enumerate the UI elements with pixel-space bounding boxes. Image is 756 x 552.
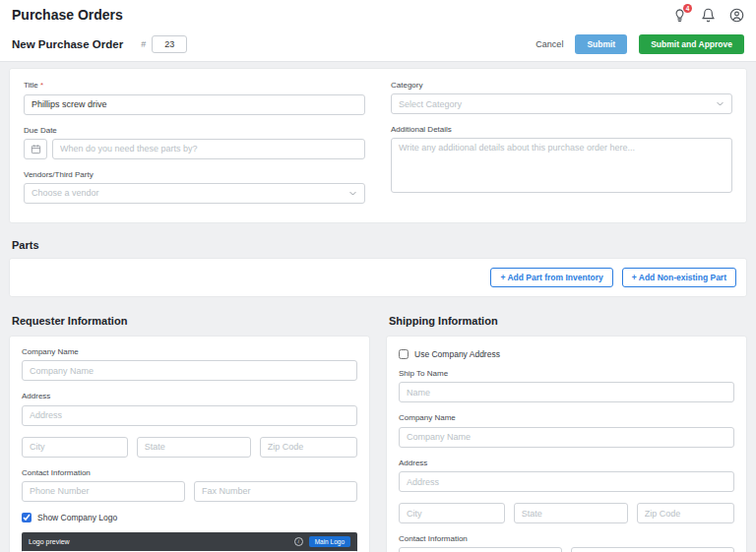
requester-card: Company Name Address Contact Information	[9, 336, 370, 552]
requester-contact-label: Contact Information	[22, 468, 357, 477]
vendors-label: Vendors/Third Party	[24, 170, 365, 179]
shipping-address-label: Address	[399, 459, 734, 467]
parts-card: + Add Part from Inventory + Add Non-exis…	[9, 258, 747, 297]
ship-to-field: Ship To Name	[399, 369, 734, 403]
logo-preview-header: Logo preview i Main Logo	[22, 532, 357, 551]
requester-contact-field: Contact Information	[22, 468, 357, 502]
calendar-icon[interactable]	[24, 139, 47, 159]
due-date-field: Due Date	[24, 126, 365, 159]
po-details-card: Title * Due Date Vendors/Third Party Cho…	[9, 68, 747, 223]
shipping-company-label: Company Name	[399, 413, 734, 422]
chevron-down-icon	[348, 189, 357, 198]
add-part-from-inventory-button[interactable]: + Add Part from Inventory	[490, 268, 612, 287]
requester-zip-input[interactable]	[260, 437, 357, 458]
vendor-select[interactable]: Choose a vendor	[24, 183, 365, 204]
additional-details-field: Additional Details	[391, 125, 732, 197]
show-company-logo-checkbox[interactable]	[22, 513, 32, 522]
cancel-button[interactable]: Cancel	[536, 39, 563, 49]
show-company-logo-label: Show Company Logo	[37, 513, 117, 522]
requester-state-input[interactable]	[137, 437, 251, 458]
shipping-card: Use Company Address Ship To Name Company…	[386, 336, 747, 552]
requester-column: Requester Information Company Name Addre…	[9, 297, 370, 552]
requester-heading: Requester Information	[12, 315, 367, 327]
additional-details-textarea[interactable]	[391, 138, 732, 193]
po-number-input[interactable]	[152, 35, 187, 53]
header-icons: 4	[672, 8, 744, 23]
vendor-select-placeholder: Choose a vendor	[32, 188, 99, 198]
chevron-down-icon	[716, 99, 724, 108]
add-non-existing-part-button[interactable]: + Add Non-existing Part	[622, 268, 736, 287]
shipping-address-field: Address	[399, 459, 734, 493]
category-label: Category	[391, 81, 732, 90]
shipping-column: Shipping Information Use Company Address…	[386, 297, 747, 552]
requester-address-input[interactable]	[22, 405, 357, 426]
requester-company-input[interactable]	[22, 360, 357, 381]
submit-button[interactable]: Submit	[575, 34, 627, 54]
use-company-address-checkbox-row[interactable]: Use Company Address	[399, 349, 734, 359]
shipping-heading: Shipping Information	[389, 315, 744, 327]
shipping-address-input[interactable]	[399, 471, 734, 492]
required-marker: *	[40, 81, 43, 90]
details-left-column: Title * Due Date Vendors/Third Party Cho…	[24, 81, 365, 215]
page-header: Purchase Orders 4	[0, 0, 756, 28]
notification-count-badge: 4	[683, 4, 692, 13]
use-company-address-label: Use Company Address	[414, 349, 500, 359]
vendors-field: Vendors/Third Party Choose a vendor	[24, 170, 365, 204]
shipping-contact-field: Contact Information	[399, 534, 734, 552]
title-label: Title *	[24, 81, 365, 90]
title-input[interactable]	[24, 94, 365, 115]
due-date-input[interactable]	[52, 139, 365, 159]
category-select[interactable]: Select Category	[391, 93, 732, 114]
requester-company-field: Company Name	[22, 347, 357, 382]
additional-details-label: Additional Details	[391, 125, 732, 134]
show-company-logo-checkbox-row[interactable]: Show Company Logo	[22, 513, 357, 522]
shipping-contact-label: Contact Information	[399, 534, 734, 543]
category-field: Category Select Category	[391, 81, 732, 114]
po-number-label: #	[141, 39, 146, 49]
requester-company-label: Company Name	[22, 347, 357, 356]
submit-and-approve-button[interactable]: Submit and Approve	[639, 34, 744, 54]
whats-new-icon[interactable]: 4	[672, 8, 687, 23]
requester-phone-input[interactable]	[22, 481, 185, 502]
bottom-section: Requester Information Company Name Addre…	[9, 297, 747, 552]
title-label-text: Title	[24, 81, 38, 90]
shipping-phone-input[interactable]	[399, 547, 562, 552]
shipping-company-input[interactable]	[399, 427, 734, 448]
use-company-address-checkbox[interactable]	[399, 349, 409, 359]
details-right-column: Category Select Category Additional Deta…	[391, 81, 732, 215]
page-title: Purchase Orders	[12, 7, 123, 23]
shipping-company-field: Company Name	[399, 413, 734, 448]
requester-city-input[interactable]	[22, 437, 128, 458]
main-logo-badge[interactable]: Main Logo	[309, 536, 350, 547]
due-date-label: Due Date	[24, 126, 365, 135]
parts-heading: Parts	[12, 239, 744, 251]
new-po-title: New Purchase Order	[12, 38, 123, 50]
user-profile-icon[interactable]	[729, 8, 744, 23]
requester-fax-input[interactable]	[194, 481, 357, 502]
requester-address-field: Address	[22, 392, 357, 426]
info-icon[interactable]: i	[294, 537, 303, 546]
shipping-zip-input[interactable]	[637, 503, 734, 523]
ship-to-input[interactable]	[399, 382, 734, 402]
toolbar-actions: Cancel Submit Submit and Approve	[536, 34, 744, 54]
shipping-city-input[interactable]	[399, 503, 505, 523]
category-select-placeholder: Select Category	[399, 99, 462, 109]
shipping-state-input[interactable]	[514, 503, 628, 523]
title-field: Title *	[24, 81, 365, 115]
requester-city-state-zip-row	[22, 437, 357, 458]
requester-address-label: Address	[22, 392, 357, 400]
logo-preview-label: Logo preview	[29, 538, 294, 545]
bell-icon[interactable]	[701, 8, 716, 23]
ship-to-label: Ship To Name	[399, 369, 734, 378]
po-toolbar: New Purchase Order # Cancel Submit Submi…	[0, 28, 756, 62]
shipping-fax-input[interactable]	[571, 547, 734, 552]
shipping-city-state-zip-row	[399, 503, 734, 523]
